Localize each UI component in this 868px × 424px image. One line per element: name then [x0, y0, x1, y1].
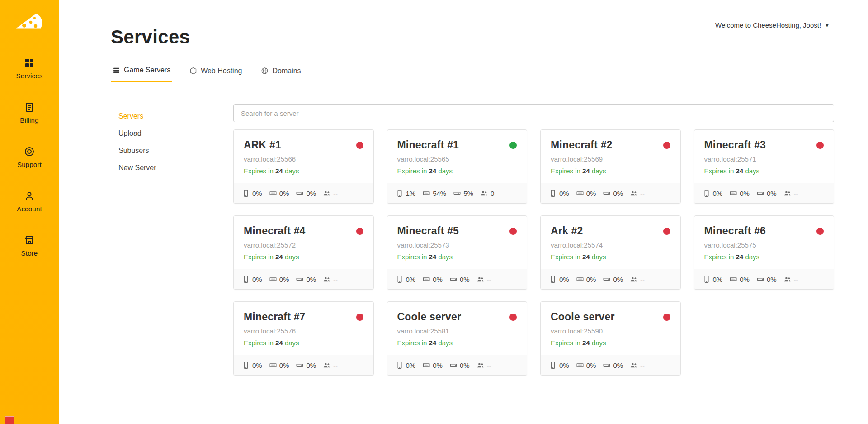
ram-value: 0% — [433, 362, 443, 369]
subnav-item-subusers[interactable]: Subusers — [118, 142, 233, 159]
chevron-down-icon: ▼ — [825, 23, 830, 28]
server-stats-bar: 0% 0% 0% — [234, 355, 373, 375]
disk-value: 0% — [460, 362, 470, 369]
page-title: Services — [111, 26, 834, 48]
server-stats-bar: 1% 54% 5% — [387, 183, 527, 203]
expiry-prefix: Expires in — [397, 253, 427, 261]
server-card-body: Minecraft #6 varro.local:25575 Expires i… — [694, 216, 834, 269]
server-expiry: Expires in 24 days — [704, 253, 824, 261]
cpu-icon — [396, 275, 404, 283]
ram-stat: 54% — [422, 189, 446, 197]
user-menu[interactable]: Welcome to CheeseHosting, Joost! ▼ — [715, 21, 830, 29]
tab-bar: Game Servers Web Hosting Domains — [111, 63, 834, 82]
sidebar: Services Billing Support Account — [0, 0, 59, 424]
expiry-suffix: days — [438, 167, 453, 175]
disk-stat: 0% — [296, 275, 316, 283]
sidebar-nav: Services Billing Support Account — [0, 46, 59, 268]
expiry-days: 24 — [582, 167, 590, 175]
server-expiry: Expires in 24 days — [397, 339, 517, 347]
tab-web-hosting[interactable]: Web Hosting — [188, 63, 244, 82]
server-address: varro.local:25571 — [704, 155, 824, 163]
server-name: ARK #1 — [244, 139, 281, 151]
server-card-body: Ark #2 varro.local:25574 Expires in 24 d… — [541, 216, 680, 269]
cpu-stat: 0% — [242, 275, 262, 283]
subnav-item-servers[interactable]: Servers — [118, 108, 233, 125]
cpu-value: 0% — [252, 362, 262, 369]
disk-icon — [296, 361, 304, 369]
cpu-value: 1% — [406, 190, 416, 197]
server-card[interactable]: Ark #2 varro.local:25574 Expires in 24 d… — [540, 215, 681, 290]
status-dot — [356, 314, 363, 321]
memory-icon — [576, 361, 584, 369]
server-card[interactable]: Coole server varro.local:25590 Expires i… — [540, 301, 681, 376]
players-icon — [323, 189, 331, 197]
server-card-body: Minecraft #7 varro.local:25576 Expires i… — [234, 302, 373, 355]
server-stats-bar: 0% 0% 0% — [234, 269, 373, 289]
sidebar-item-billing[interactable]: Billing — [0, 91, 59, 135]
players-value: -- — [640, 276, 645, 283]
server-card[interactable]: Minecraft #7 varro.local:25576 Expires i… — [233, 301, 374, 376]
cpu-icon — [549, 361, 557, 369]
server-card[interactable]: Minecraft #2 varro.local:25569 Expires i… — [540, 129, 681, 204]
disk-stat: 0% — [603, 275, 623, 283]
server-card[interactable]: Minecraft #5 varro.local:25573 Expires i… — [387, 215, 528, 290]
players-icon — [630, 361, 638, 369]
cpu-value: 0% — [406, 362, 416, 369]
server-address: varro.local:25575 — [704, 241, 824, 249]
tab-game-servers[interactable]: Game Servers — [111, 63, 172, 82]
server-expiry: Expires in 24 days — [397, 253, 517, 261]
cpu-value: 0% — [252, 276, 262, 283]
expiry-prefix: Expires in — [244, 253, 274, 261]
players-stat: -- — [630, 361, 645, 369]
tab-domains[interactable]: Domains — [259, 63, 302, 82]
memory-icon — [422, 361, 430, 369]
server-name: Coole server — [551, 311, 615, 323]
disk-stat: 0% — [756, 275, 777, 283]
server-card[interactable]: Minecraft #3 varro.local:25571 Expires i… — [694, 129, 835, 204]
server-card-body: ARK #1 varro.local:25566 Expires in 24 d… — [234, 130, 373, 183]
server-card[interactable]: Minecraft #4 varro.local:25572 Expires i… — [233, 215, 374, 290]
disk-value: 0% — [613, 362, 623, 369]
subnav-item-new-server[interactable]: New Server — [118, 159, 233, 176]
sidebar-item-support[interactable]: Support — [0, 135, 59, 179]
server-card[interactable]: Minecraft #6 varro.local:25575 Expires i… — [694, 215, 835, 290]
ram-value: 0% — [586, 362, 596, 369]
server-card[interactable]: Coole server varro.local:25581 Expires i… — [387, 301, 528, 376]
server-expiry: Expires in 24 days — [244, 339, 363, 347]
players-icon — [323, 275, 331, 283]
players-stat: -- — [630, 189, 645, 197]
expiry-days: 24 — [275, 253, 283, 261]
players-value: -- — [487, 362, 491, 369]
ram-value: 0% — [740, 276, 750, 283]
server-card-body: Minecraft #1 varro.local:25565 Expires i… — [387, 130, 527, 183]
server-card[interactable]: ARK #1 varro.local:25566 Expires in 24 d… — [233, 129, 374, 204]
disk-value: 0% — [460, 276, 470, 283]
subnav-item-upload[interactable]: Upload — [118, 125, 233, 142]
status-dot — [509, 314, 517, 321]
memory-icon — [269, 189, 277, 197]
memory-icon — [422, 189, 430, 197]
players-stat: -- — [323, 275, 338, 283]
search-input[interactable] — [233, 104, 834, 122]
ram-stat: 0% — [576, 275, 596, 283]
sidebar-item-store[interactable]: Store — [0, 224, 59, 268]
cpu-icon — [242, 361, 250, 369]
corner-badge — [5, 416, 14, 424]
server-card[interactable]: Minecraft #1 varro.local:25565 Expires i… — [387, 129, 528, 204]
disk-value: 0% — [306, 190, 316, 197]
players-value: -- — [333, 190, 338, 197]
players-stat: -- — [323, 189, 338, 197]
sidebar-item-label: Account — [17, 205, 42, 213]
disk-value: 0% — [613, 190, 623, 197]
disk-stat: 0% — [296, 189, 316, 197]
sidebar-item-account[interactable]: Account — [0, 179, 59, 224]
disk-stat: 0% — [756, 189, 777, 197]
lifebuoy-icon — [24, 146, 35, 157]
cpu-stat: 0% — [703, 275, 723, 283]
cpu-stat: 1% — [396, 189, 416, 197]
server-card-body: Minecraft #5 varro.local:25573 Expires i… — [387, 216, 527, 269]
cpu-value: 0% — [713, 276, 723, 283]
disk-icon — [756, 275, 764, 283]
tab-label: Web Hosting — [201, 67, 242, 75]
sidebar-item-services[interactable]: Services — [0, 46, 59, 91]
